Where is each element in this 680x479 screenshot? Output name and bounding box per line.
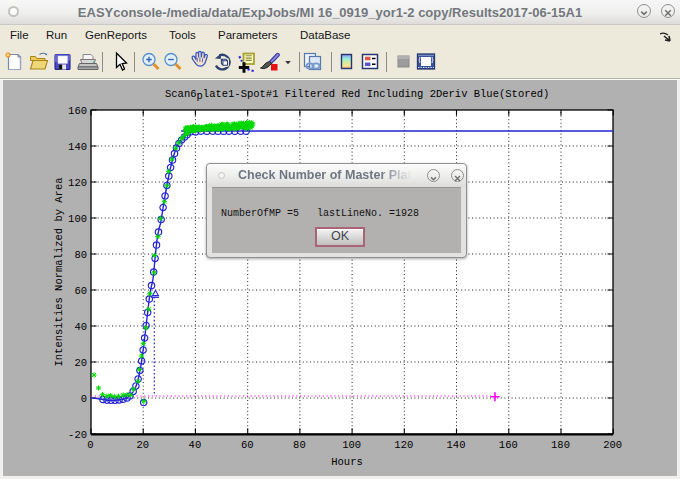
svg-text:-20: -20	[68, 429, 87, 441]
svg-text:0: 0	[87, 439, 93, 451]
svg-text:200: 200	[603, 439, 622, 451]
svg-text:180: 180	[551, 439, 570, 451]
svg-text:80: 80	[293, 439, 306, 451]
svg-text:20: 20	[74, 357, 87, 369]
svg-text:Scan6plate1-Spot#1 Filtered Re: Scan6plate1-Spot#1 Filtered Red Includin…	[165, 88, 549, 103]
svg-text:100: 100	[68, 213, 87, 225]
svg-text:120: 120	[68, 177, 87, 189]
svg-text:160: 160	[499, 439, 518, 451]
svg-text:Hours: Hours	[331, 456, 363, 468]
svg-text:100: 100	[342, 439, 361, 451]
svg-text:20: 20	[136, 439, 149, 451]
svg-text:60: 60	[241, 439, 254, 451]
svg-text:Intensities Normalized by Area: Intensities Normalized by Area	[53, 177, 65, 366]
svg-text:0: 0	[81, 393, 87, 405]
svg-text:160: 160	[68, 105, 87, 117]
svg-text:120: 120	[394, 439, 413, 451]
svg-text:60: 60	[74, 285, 87, 297]
svg-text:140: 140	[68, 141, 87, 153]
svg-text:40: 40	[74, 321, 87, 333]
svg-text:40: 40	[189, 439, 202, 451]
svg-text:140: 140	[447, 439, 466, 451]
svg-text:80: 80	[74, 249, 87, 261]
